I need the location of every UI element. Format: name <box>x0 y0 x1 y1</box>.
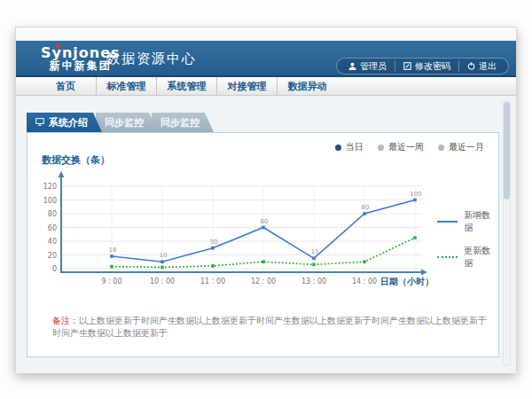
svg-text:60: 60 <box>261 218 269 225</box>
svg-text:9 : 00: 9 : 00 <box>101 278 121 286</box>
filter-label: 最近一月 <box>449 141 484 153</box>
main-nav: 首页 标准管理 系统管理 对接管理 数据异动 <box>16 77 516 96</box>
page-title: 数据资源中心 <box>106 51 197 67</box>
nav-item-data-change[interactable]: 数据异动 <box>277 77 337 95</box>
legend-label: 更新数据 <box>464 245 498 270</box>
scrollbar-thumb[interactable] <box>504 102 510 200</box>
nav-item-interface-mgmt[interactable]: 对接管理 <box>216 77 277 95</box>
svg-text:40: 40 <box>48 238 57 246</box>
y-axis-title: 数据交换（条） <box>42 153 110 167</box>
tab-system-intro[interactable]: 系统介绍 <box>27 113 102 132</box>
radio-dot-icon <box>335 145 341 151</box>
svg-text:11 : 00: 11 : 00 <box>200 278 225 286</box>
user-menu-admin[interactable]: 管理员 <box>340 60 395 72</box>
filter-label: 最近一周 <box>388 141 424 153</box>
user-menu-label: 管理员 <box>360 60 387 73</box>
footnote-prefix: 备注： <box>52 316 79 325</box>
filter-label: 当日 <box>346 141 364 153</box>
tab-sync-monitor-2[interactable]: 同步监控 <box>152 113 214 132</box>
scrollbar-track[interactable] <box>503 100 511 366</box>
svg-text:20: 20 <box>48 252 57 260</box>
line-sample-dotted <box>437 256 458 258</box>
svg-text:100: 100 <box>410 191 421 198</box>
monitor-icon <box>35 117 44 129</box>
svg-text:100: 100 <box>43 197 57 205</box>
svg-text:10 : 00: 10 : 00 <box>150 278 175 286</box>
user-menu: 管理员 修改密码 退出 <box>336 58 509 74</box>
svg-text:13 : 00: 13 : 00 <box>301 278 326 286</box>
power-icon <box>467 62 475 70</box>
line-sample-solid <box>437 221 458 223</box>
svg-text:120: 120 <box>43 183 57 191</box>
nav-item-home[interactable]: 首页 <box>35 77 96 95</box>
chart-panel: 当日 最近一周 最近一月 数据交换（条） 0204060801001209 : … <box>27 132 499 357</box>
svg-text:14 : 00: 14 : 00 <box>352 278 377 286</box>
logout-button[interactable]: 退出 <box>458 60 505 72</box>
svg-text:18: 18 <box>109 246 117 254</box>
logo-red-dot-icon <box>56 44 60 49</box>
tab-bar: 系统介绍 同步监控 同步监控 <box>27 113 207 132</box>
svg-text:10: 10 <box>160 252 168 259</box>
change-password-button[interactable]: 修改密码 <box>395 60 458 72</box>
svg-text:60: 60 <box>48 224 57 232</box>
svg-text:12 : 00: 12 : 00 <box>251 278 276 286</box>
filter-last-month[interactable]: 最近一月 <box>438 141 484 153</box>
svg-text:日期（小时）: 日期（小时） <box>380 277 434 286</box>
content-area: 系统介绍 同步监控 同步监控 当日 最近一周 <box>16 96 516 373</box>
footnote: 备注：以上数据更新于时间产生数据以上数据更新于时间产生数据以上数据更新于时间产生… <box>52 315 491 340</box>
app-header: Synjones 新中新集团 数据资源中心 管理员 修改密码 <box>16 41 516 77</box>
edit-icon <box>403 62 411 70</box>
user-icon <box>348 62 356 70</box>
legend-item-updated-data[interactable]: 更新数据 <box>437 245 498 270</box>
line-chart-svg: 0204060801001209 : 0010 : 0011 : 0012 : … <box>27 168 480 293</box>
legend-label: 新增数据 <box>464 209 498 234</box>
chart-legend: 新增数据 更新数据 <box>437 209 498 280</box>
radio-dot-icon <box>438 145 444 151</box>
tab-sync-monitor-1[interactable]: 同步监控 <box>96 113 158 132</box>
logout-label: 退出 <box>479 60 497 73</box>
nav-item-standard-mgmt[interactable]: 标准管理 <box>96 77 156 95</box>
tab-label: 同步监控 <box>105 116 144 129</box>
filter-today[interactable]: 当日 <box>335 141 364 153</box>
nav-item-system-mgmt[interactable]: 系统管理 <box>156 77 216 95</box>
change-password-label: 修改密码 <box>415 60 450 73</box>
tab-label: 系统介绍 <box>49 116 88 129</box>
radio-dot-icon <box>378 145 384 151</box>
svg-text:30: 30 <box>210 239 218 246</box>
svg-text:15: 15 <box>311 248 319 255</box>
footnote-text: 以上数据更新于时间产生数据以上数据更新于时间产生数据以上数据更新于时间产生数据以… <box>52 316 487 338</box>
range-filter-group: 当日 最近一周 最近一月 <box>335 141 484 153</box>
window-top-strip <box>16 27 516 41</box>
legend-item-new-data[interactable]: 新增数据 <box>437 209 498 234</box>
svg-text:80: 80 <box>362 204 370 211</box>
filter-last-week[interactable]: 最近一周 <box>378 141 424 153</box>
svg-text:0: 0 <box>52 265 57 273</box>
app-window: Synjones 新中新集团 数据资源中心 管理员 修改密码 <box>15 27 517 372</box>
tab-label: 同步监控 <box>160 116 200 129</box>
svg-text:80: 80 <box>48 210 57 218</box>
